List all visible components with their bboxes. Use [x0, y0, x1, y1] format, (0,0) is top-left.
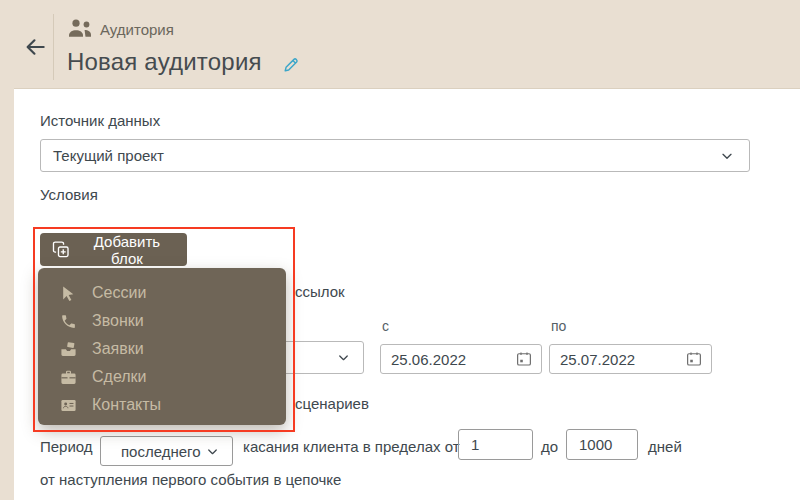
- date-from-field[interactable]: [380, 344, 542, 374]
- days-to-field[interactable]: [566, 429, 638, 460]
- date-to-input[interactable]: [560, 351, 685, 368]
- days-to-input[interactable]: [567, 430, 637, 459]
- page-title: Новая аудитория: [67, 48, 262, 76]
- days-label: дней: [648, 438, 682, 455]
- period-description: касания клиента в пределах от: [243, 438, 460, 455]
- audience-people-icon: [66, 17, 96, 39]
- source-label: Источник данных: [40, 112, 160, 129]
- period-second-line: от наступления первого события в цепочке: [40, 471, 341, 488]
- phone-icon: [60, 313, 77, 330]
- header-divider: [53, 14, 54, 80]
- calendar-icon[interactable]: [685, 350, 703, 368]
- add-block-menu: Сессии Звонки Заявки: [38, 268, 286, 425]
- menu-item-sessions[interactable]: Сессии: [38, 279, 286, 307]
- menu-item-contacts[interactable]: Контакты: [38, 391, 286, 419]
- date-from-input[interactable]: [391, 351, 515, 368]
- menu-item-label: Заявки: [92, 340, 144, 358]
- chevron-down-icon: [719, 148, 735, 164]
- period-select[interactable]: последнего: [100, 436, 233, 466]
- add-block-icon: [52, 240, 70, 259]
- days-from-field[interactable]: [458, 429, 533, 460]
- conditions-label: Условия: [40, 186, 98, 203]
- menu-item-label: Звонки: [92, 312, 144, 330]
- calendar-icon[interactable]: [515, 350, 533, 368]
- edit-title-button[interactable]: [282, 56, 300, 74]
- source-select-value: Текущий проект: [53, 147, 164, 164]
- menu-item-requests[interactable]: Заявки: [38, 335, 286, 363]
- back-button[interactable]: [22, 34, 48, 60]
- date-from-label: с: [382, 318, 389, 334]
- briefcase-icon: [60, 369, 77, 386]
- menu-item-calls[interactable]: Звонки: [38, 307, 286, 335]
- cursor-icon: [60, 285, 77, 302]
- chevron-down-icon: [336, 350, 351, 365]
- days-from-input[interactable]: [459, 430, 532, 459]
- date-to-label: по: [551, 318, 566, 334]
- inbox-icon: [60, 341, 77, 358]
- app: Аудитория Новая аудитория Источник данны…: [0, 0, 800, 500]
- menu-item-label: Сделки: [92, 368, 147, 386]
- source-select[interactable]: Текущий проект: [40, 139, 750, 172]
- add-block-button-label: Добавить блок: [79, 233, 175, 267]
- between-label: до: [541, 438, 558, 455]
- menu-item-label: Контакты: [92, 396, 161, 414]
- covered-heading-fragment: ссылок: [295, 283, 345, 300]
- contact-card-icon: [60, 397, 77, 414]
- chevron-down-icon: [205, 444, 220, 459]
- arrow-left-icon: [22, 34, 48, 60]
- add-block-button[interactable]: Добавить блок: [40, 233, 187, 266]
- date-to-field[interactable]: [549, 344, 712, 374]
- menu-item-label: Сессии: [92, 284, 146, 302]
- menu-item-deals[interactable]: Сделки: [38, 363, 286, 391]
- breadcrumb: Аудитория: [100, 21, 174, 38]
- period-select-value: последнего: [121, 443, 201, 460]
- covered-heading-fragment: сценариев: [295, 395, 369, 412]
- period-label: Период: [40, 438, 93, 455]
- pencil-icon: [282, 56, 300, 74]
